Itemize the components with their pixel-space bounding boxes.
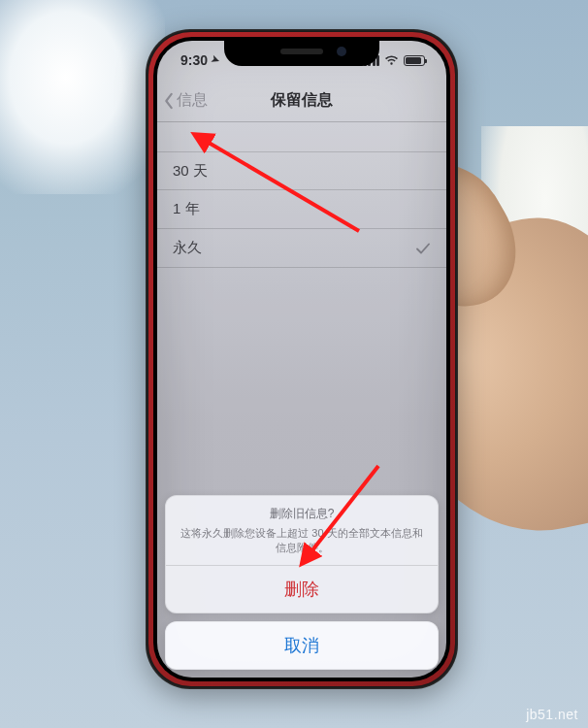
battery-icon <box>404 55 425 66</box>
watermark: jb51.net <box>526 707 578 722</box>
chevron-left-icon <box>163 92 175 110</box>
action-sheet-header: 删除旧信息? 这将永久删除您设备上超过 30 天的全部文本信息和信息附件。 <box>166 496 438 566</box>
back-button[interactable]: 信息 <box>163 80 208 121</box>
delete-label: 删除 <box>284 578 319 601</box>
speaker-grille <box>280 49 323 54</box>
checkmark-icon <box>415 241 431 256</box>
cancel-button[interactable]: 取消 <box>165 621 439 670</box>
delete-button[interactable]: 删除 <box>166 566 438 612</box>
action-sheet-title: 删除旧信息? <box>178 506 426 522</box>
action-sheet: 删除旧信息? 这将永久删除您设备上超过 30 天的全部文本信息和信息附件。 删除… <box>165 495 439 670</box>
option-30-days[interactable]: 30 天 <box>157 151 446 190</box>
status-time: 9:30 <box>180 52 208 68</box>
cancel-label: 取消 <box>284 634 319 657</box>
notch <box>224 41 379 66</box>
background-blur-left <box>0 0 165 194</box>
option-label: 1 年 <box>173 200 200 218</box>
option-1-year[interactable]: 1 年 <box>157 190 446 229</box>
retention-options-list: 30 天 1 年 永久 <box>157 151 446 268</box>
option-label: 30 天 <box>173 162 208 181</box>
location-icon: ➤ <box>211 53 221 66</box>
nav-bar: 信息 保留信息 <box>157 80 446 122</box>
phone-screen: 9:30 ➤ 信息 保留信息 30 天 <box>157 41 446 678</box>
option-forever[interactable]: 永久 <box>157 229 446 268</box>
action-sheet-group: 删除旧信息? 这将永久删除您设备上超过 30 天的全部文本信息和信息附件。 删除 <box>165 495 439 613</box>
background-blur-right <box>481 126 588 369</box>
back-label: 信息 <box>177 90 208 111</box>
page-title: 保留信息 <box>271 90 333 111</box>
action-sheet-message: 这将永久删除您设备上超过 30 天的全部文本信息和信息附件。 <box>178 526 426 555</box>
phone-frame: 9:30 ➤ 信息 保留信息 30 天 <box>146 29 458 689</box>
wifi-icon <box>384 55 399 66</box>
option-label: 永久 <box>173 239 202 257</box>
front-camera <box>337 47 346 56</box>
